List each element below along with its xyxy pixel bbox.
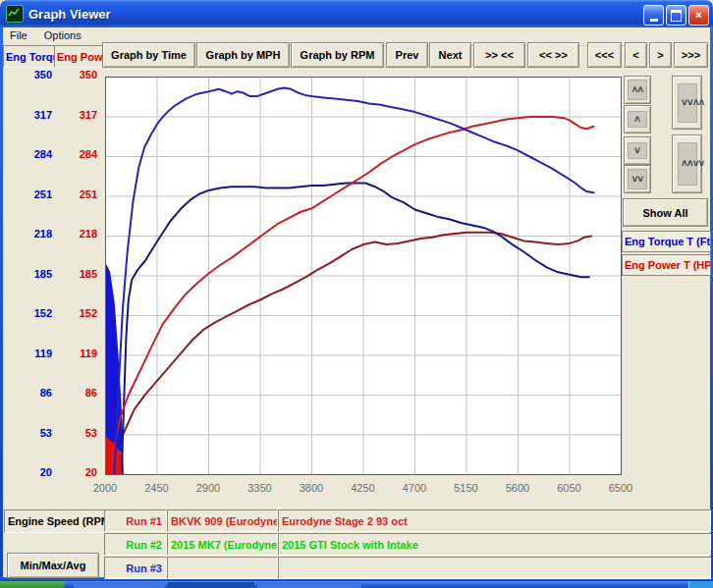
- run2-label: Run #2: [104, 533, 167, 556]
- torque-axis-tick: 251: [8, 188, 52, 200]
- graph-by-rpm-button[interactable]: Graph by RPM: [291, 42, 384, 68]
- start-button[interactable]: [0, 581, 65, 588]
- y-scale-up-button[interactable]: ˄: [624, 105, 651, 134]
- rpm-axis-tick: 2000: [81, 482, 130, 494]
- run3-label: Run #3: [104, 557, 167, 579]
- run3-desc-field[interactable]: [278, 557, 711, 579]
- window-title: Graph Viewer: [28, 7, 111, 22]
- rpm-axis-tick: 2450: [133, 482, 182, 494]
- run2-name-field[interactable]: 2015 MK7 (Eurodyne, E: [167, 533, 278, 556]
- power-axis-tick: 284: [53, 148, 97, 160]
- rpm-axis-tick: 6050: [545, 482, 594, 494]
- run3-name-field[interactable]: [167, 557, 278, 579]
- torque-axis-tick: 185: [8, 268, 52, 280]
- torque-axis-tick: 284: [8, 148, 52, 160]
- scroll-left-button[interactable]: <: [625, 42, 647, 68]
- scroll-right-button[interactable]: >: [649, 42, 672, 68]
- double-up-chevron-icon: ˄˄: [632, 87, 643, 93]
- power-axis-tick: 119: [53, 347, 97, 359]
- minimize-button[interactable]: [643, 5, 664, 26]
- scroll-right-fast-button[interactable]: >>>: [674, 42, 708, 68]
- chart-area: [105, 77, 622, 475]
- torque-axis-tick: 53: [8, 427, 52, 439]
- taskbar-button[interactable]: [168, 582, 254, 588]
- y-scale-down-fast-button[interactable]: ˅˅: [624, 165, 651, 193]
- legend-item-power[interactable]: Eng Power T (HP): [622, 254, 711, 276]
- zoom-in-x-button[interactable]: >> <<: [473, 42, 525, 68]
- y-compress-button[interactable]: ˅˅˄˄: [672, 76, 702, 130]
- power-axis-tick: 86: [53, 387, 97, 399]
- power-axis-tick: 218: [53, 228, 97, 240]
- y-scale-down-button[interactable]: ˅: [624, 136, 651, 165]
- next-button[interactable]: Next: [429, 42, 471, 68]
- maximize-icon: [671, 10, 682, 22]
- rpm-axis-tick: 3800: [287, 482, 336, 494]
- show-all-button[interactable]: Show All: [623, 198, 708, 227]
- power-axis-tick: 20: [53, 466, 97, 478]
- double-down-chevron-icon: ˅˅: [632, 177, 643, 183]
- up-chevron-icon: ˄: [632, 117, 643, 123]
- rpm-axis-tick: 4250: [339, 482, 388, 494]
- y-scale-up-fast-button[interactable]: ˄˄: [624, 76, 651, 104]
- rpm-axis-tick: 2900: [184, 482, 233, 494]
- taskbar-button[interactable]: [74, 582, 165, 588]
- zoom-out-x-button[interactable]: << >>: [527, 42, 579, 68]
- rpm-axis-tick: 5150: [442, 482, 491, 494]
- expand-chevrons-icon: ˄˄˅˅: [682, 161, 692, 167]
- min-max-avg-button[interactable]: Min/Max/Avg: [7, 553, 99, 578]
- run1-label: Run #1: [104, 509, 167, 532]
- scroll-left-fast-button[interactable]: <<<: [587, 42, 622, 68]
- power-axis-tick: 317: [53, 109, 97, 121]
- window-border-left: [0, 27, 3, 580]
- down-chevron-icon: ˅: [632, 148, 643, 154]
- taskbar: [0, 581, 713, 588]
- taskbar-button[interactable]: [257, 582, 361, 588]
- close-icon: ×: [695, 10, 701, 21]
- rpm-axis-tick: 5600: [493, 482, 542, 494]
- power-axis-tick: 350: [53, 69, 97, 80]
- power-axis-tick: 251: [53, 188, 97, 200]
- power-axis-tick: 185: [53, 268, 97, 280]
- torque-axis-header: Eng Torque: [3, 45, 55, 68]
- title-bar[interactable]: Graph Viewer ×: [0, 0, 713, 27]
- graph-by-time-button[interactable]: Graph by Time: [102, 42, 195, 68]
- run1-desc-field[interactable]: Eurodyne Stage 2 93 oct: [278, 509, 711, 532]
- run1-name-field[interactable]: BKVK 909 (Eurodyne, I: [167, 509, 278, 532]
- power-axis-tick: 152: [53, 307, 97, 319]
- close-button[interactable]: ×: [688, 5, 709, 26]
- system-tray: [688, 581, 713, 588]
- menu-options[interactable]: Options: [37, 27, 88, 43]
- prev-button[interactable]: Prev: [386, 42, 428, 68]
- y-expand-button[interactable]: ˄˄˅˅: [672, 134, 702, 193]
- graph-by-mph-button[interactable]: Graph by MPH: [196, 42, 290, 68]
- torque-axis-tick: 119: [8, 347, 52, 359]
- maximize-button[interactable]: [666, 5, 686, 26]
- menu-file[interactable]: File: [3, 27, 34, 43]
- torque-axis-tick: 218: [8, 228, 52, 240]
- collapse-chevrons-icon: ˅˅˄˄: [682, 100, 692, 106]
- graph-viewer-window: Graph Viewer × File Options Eng Torque E…: [0, 0, 713, 588]
- rpm-axis-tick: 3350: [236, 482, 285, 494]
- torque-axis-tick: 152: [8, 307, 52, 319]
- app-graph-icon: [6, 5, 24, 23]
- rpm-axis-tick: 4700: [390, 482, 439, 494]
- x-axis-title: Engine Speed (RPM): [4, 509, 106, 533]
- torque-axis-tick: 20: [8, 466, 52, 478]
- run2-desc-field[interactable]: 2015 GTI Stock with Intake: [278, 533, 711, 556]
- legend-item-torque[interactable]: Eng Torque T (Ft-Lb): [622, 231, 711, 252]
- dyno-plot: [105, 77, 622, 475]
- rpm-axis-tick: 6500: [596, 482, 645, 494]
- torque-axis-tick: 350: [8, 69, 52, 80]
- power-axis-header: Eng Power: [54, 45, 104, 68]
- torque-axis-tick: 317: [8, 109, 52, 121]
- minimize-icon: [650, 19, 658, 22]
- torque-axis-tick: 86: [8, 387, 52, 399]
- power-axis-tick: 53: [53, 427, 97, 439]
